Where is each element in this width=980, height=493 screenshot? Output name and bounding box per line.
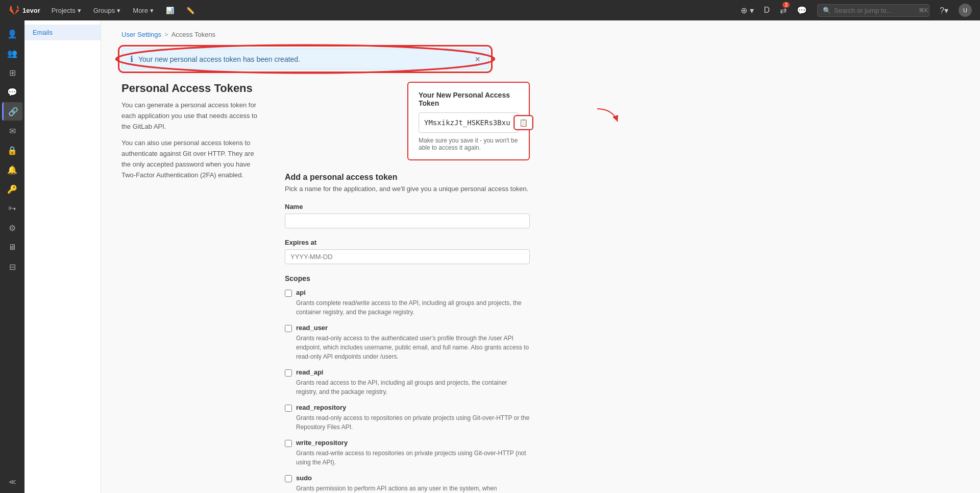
nav-activity[interactable]: 📊 xyxy=(161,0,179,20)
content-columns: Personal Access Tokens You can generate … xyxy=(121,82,960,493)
sidebar-icon-key[interactable]: 🔑 xyxy=(2,180,22,198)
scope-desc-read_user: Grants read-only access to the authentic… xyxy=(296,334,530,361)
breadcrumb-separator: > xyxy=(164,31,168,38)
activity-icon: 📊 xyxy=(166,7,174,14)
scope-item: read_user Grants read-only access to the… xyxy=(285,324,530,361)
issues-icon: 💬 xyxy=(797,6,807,15)
page-desc-2: You can also use personal access tokens … xyxy=(121,138,264,180)
breadcrumb-current: Access Tokens xyxy=(172,31,215,38)
name-label: Name xyxy=(285,203,530,210)
scope-item: read_repository Grants read-only access … xyxy=(285,404,530,432)
scope-item: sudo Grants permission to perform API ac… xyxy=(285,474,530,493)
token-display-box: Your New Personal Access Token YMsxikzJt… xyxy=(407,82,530,160)
sidebar-icon-comment[interactable]: 💬 xyxy=(2,83,22,101)
scopes-title: Scopes xyxy=(285,274,530,283)
brand[interactable]: 1evor xyxy=(5,5,44,15)
scope-desc-read_repository: Grants read-only access to repositories … xyxy=(296,413,530,432)
user-profile-button[interactable]: D xyxy=(761,0,773,20)
sidebar-icon-lock[interactable]: 🔒 xyxy=(2,141,22,159)
scope-checkbox-write_repository[interactable] xyxy=(285,440,292,447)
scope-desc-sudo: Grants permission to perform API actions… xyxy=(296,484,530,493)
group-icon: 👥 xyxy=(7,49,17,58)
name-input[interactable] xyxy=(285,214,530,228)
search-input[interactable] xyxy=(834,7,916,14)
chevron-down-icon: ▾ xyxy=(78,7,81,14)
sidebar-icon-key2[interactable]: 🗝 xyxy=(2,199,22,218)
sidebar-icon-screen[interactable]: 🖥 xyxy=(2,238,22,256)
page-desc-1: You can generate a personal access token… xyxy=(121,100,264,132)
expand-button[interactable]: ≪ xyxy=(6,476,19,488)
scope-item: api Grants complete read/write access to… xyxy=(285,289,530,317)
page-title: Personal Access Tokens xyxy=(121,82,264,95)
sidebar-icon-settings[interactable]: ⚙ xyxy=(2,219,22,237)
copy-icon: 📋 xyxy=(519,119,528,127)
sidebar-icon-group[interactable]: 👥 xyxy=(2,44,22,62)
issues-button[interactable]: 💬 xyxy=(794,0,810,20)
form-title: Add a personal access token xyxy=(285,173,530,182)
breadcrumb: User Settings > Access Tokens xyxy=(121,31,960,38)
plus-button[interactable]: ⊕ ▾ xyxy=(738,0,756,20)
chevron-down-icon: ▾ xyxy=(150,7,154,14)
brand-label: 1evor xyxy=(22,7,40,14)
chevron-down-icon: ▾ xyxy=(117,7,120,14)
info-icon: ℹ xyxy=(130,54,133,64)
main-content: User Settings > Access Tokens ℹ Your new… xyxy=(101,20,980,493)
scope-checkbox-read_api[interactable] xyxy=(285,369,292,377)
key2-icon: 🗝 xyxy=(8,204,16,213)
expires-field-group: Expires at xyxy=(285,239,530,264)
token-warning: Make sure you save it - you won't be abl… xyxy=(419,137,519,151)
scope-desc-read_api: Grants read access to the API, including… xyxy=(296,378,530,396)
sidebar-icon-user[interactable]: 👤 xyxy=(2,25,22,43)
sidebar-icon-table[interactable]: ⊟ xyxy=(2,257,22,276)
scope-item: read_api Grants read access to the API, … xyxy=(285,368,530,396)
comment-icon: 💬 xyxy=(7,87,17,97)
scope-name-sudo: sudo xyxy=(296,474,312,482)
scope-checkbox-api[interactable] xyxy=(285,290,292,297)
scope-desc-api: Grants complete read/write access to the… xyxy=(296,298,530,317)
expires-input[interactable] xyxy=(285,249,530,264)
nav-snippets[interactable]: ✏️ xyxy=(181,0,200,20)
sidebar-icon-grid[interactable]: ⊞ xyxy=(2,63,22,82)
nav-groups[interactable]: Groups ▾ xyxy=(88,0,126,20)
merge-requests-button[interactable]: ⇄ 3 xyxy=(777,0,790,20)
sidebar-icon-bell[interactable]: 🔔 xyxy=(2,160,22,179)
search-button[interactable]: 🔍 ⌘K xyxy=(814,0,933,20)
lock-icon: 🔒 xyxy=(7,146,17,155)
sidebar-item-emails[interactable]: Emails xyxy=(24,25,101,40)
sidebar-icon-link[interactable]: 🔗 xyxy=(2,102,22,121)
form-desc: Pick a name for the application, and we'… xyxy=(285,185,530,193)
nav-more[interactable]: More ▾ xyxy=(128,0,159,20)
token-box-title: Your New Personal Access Token xyxy=(419,91,519,107)
nav-projects[interactable]: Projects ▾ xyxy=(46,0,86,20)
description-column: Personal Access Tokens You can generate … xyxy=(121,82,264,493)
grid-icon: ⊞ xyxy=(9,68,16,78)
navbar-right: ⊕ ▾ D ⇄ 3 💬 🔍 ⌘K ?▾ U xyxy=(738,0,975,20)
form-column: Your New Personal Access Token YMsxikzJt… xyxy=(285,82,530,493)
scope-name-read_repository: read_repository xyxy=(296,404,346,411)
scope-name-read_api: read_api xyxy=(296,368,323,376)
avatar: U xyxy=(959,4,972,17)
name-field-group: Name xyxy=(285,203,530,228)
user-avatar-button[interactable]: U xyxy=(955,0,975,20)
snippets-icon: ✏️ xyxy=(186,7,194,14)
alert-close-button[interactable]: × xyxy=(475,55,480,64)
copy-token-button[interactable]: 📋 xyxy=(514,116,532,129)
help-button[interactable]: ?▾ xyxy=(937,0,951,20)
scope-checkbox-read_repository[interactable] xyxy=(285,405,292,412)
merge-badge: 3 xyxy=(782,2,790,8)
scopes-container: api Grants complete read/write access to… xyxy=(285,289,530,493)
token-value: YMsxikzJt_HSKERs3Bxu xyxy=(424,119,510,127)
screen-icon: 🖥 xyxy=(8,243,16,252)
scopes-group: Scopes api Grants complete read/write ac… xyxy=(285,274,530,493)
scope-name-api: api xyxy=(296,289,306,296)
sidebar-icon-mail[interactable]: ✉ xyxy=(2,122,22,140)
plus-icon: ⊕ ▾ xyxy=(741,6,753,15)
help-icon: ?▾ xyxy=(940,6,948,15)
breadcrumb-parent[interactable]: User Settings xyxy=(121,31,161,38)
scope-name-read_user: read_user xyxy=(296,324,328,332)
link-icon: 🔗 xyxy=(8,107,18,116)
token-value-row: YMsxikzJt_HSKERs3Bxu 📋 xyxy=(419,112,519,133)
expires-label: Expires at xyxy=(285,239,530,246)
scope-checkbox-read_user[interactable] xyxy=(285,325,292,332)
scope-checkbox-sudo[interactable] xyxy=(285,475,292,482)
